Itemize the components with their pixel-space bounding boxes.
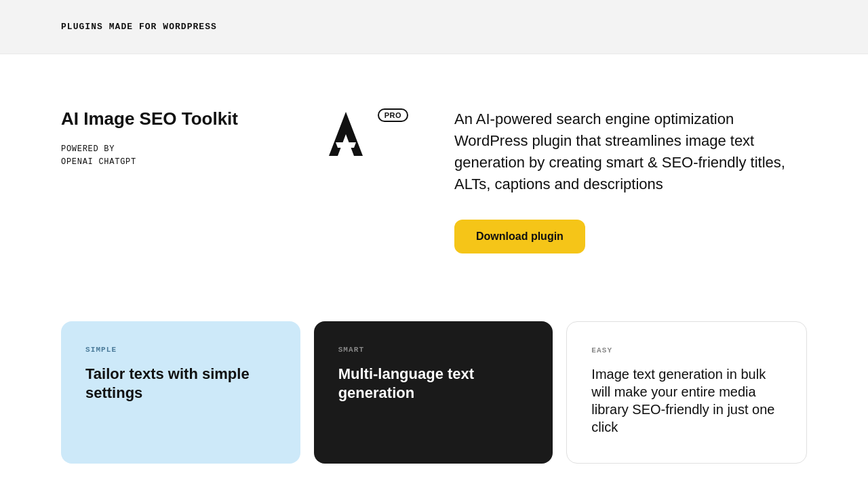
card-smart-label: SMART [338,346,529,354]
card-easy: EASY Image text generation in bulk will … [566,321,807,464]
svg-marker-1 [336,142,356,148]
powered-by: POWERED BY OPENAI CHATGPT [61,143,251,169]
hero-logo-area: PRO [278,108,414,163]
card-smart-text: Multi-language text generation [338,365,529,403]
feature-cards-section: SIMPLE Tailor texts with simple settings… [0,308,868,488]
hero-section: AI Image SEO Toolkit POWERED BY OPENAI C… [0,54,868,308]
svg-marker-0 [329,112,363,156]
hero-description: An AI-powered search engine optimization… [454,108,807,195]
download-button[interactable]: Download plugin [454,220,585,253]
card-smart: SMART Multi-language text generation [314,321,553,464]
logo-container: PRO [319,108,373,163]
card-simple-label: SIMPLE [85,346,276,354]
plugin-logo-icon [319,108,373,163]
header-title: PLUGINS MADE FOR WORDPRESS [61,22,217,32]
pro-badge: PRO [378,108,408,122]
plugin-title: AI Image SEO Toolkit [61,108,251,129]
card-easy-text: Image text generation in bulk will make … [591,365,782,436]
site-header: PLUGINS MADE FOR WORDPRESS [0,0,868,54]
powered-line2: OPENAI CHATGPT [61,157,136,167]
hero-left-panel: AI Image SEO Toolkit POWERED BY OPENAI C… [61,108,278,169]
hero-right-panel: An AI-powered search engine optimization… [414,108,807,253]
card-simple-text: Tailor texts with simple settings [85,365,276,403]
card-easy-label: EASY [591,346,782,354]
card-simple: SIMPLE Tailor texts with simple settings [61,321,300,464]
powered-line1: POWERED BY [61,144,115,154]
